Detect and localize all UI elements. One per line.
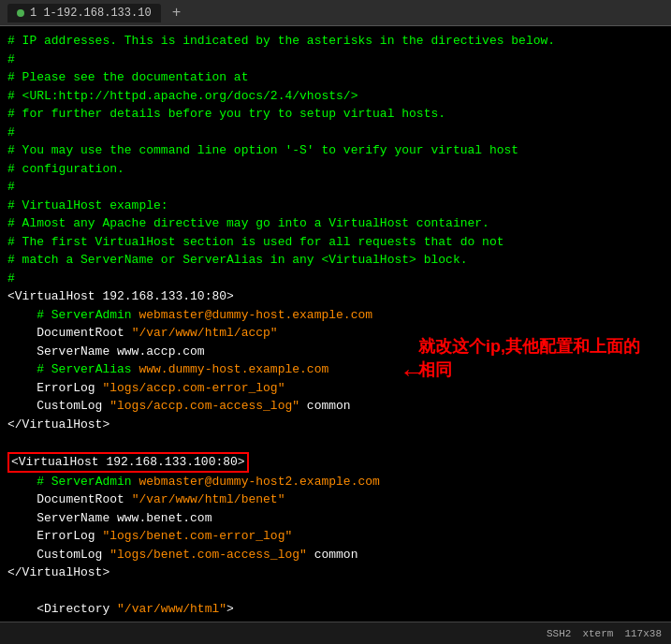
terminal-line: CustomLog "logs/accp.com-access_log" com… xyxy=(7,397,664,416)
annotation-text: 就改这个ip,其他配置和上面的相同 xyxy=(418,335,643,382)
terminal-line: # ServerAdmin webmaster@dummy-host2.exam… xyxy=(7,473,664,491)
terminal-line: ErrorLog "logs/benet.com-error_log" xyxy=(7,527,664,546)
tab-label: 1 1-192.168.133.10 xyxy=(30,7,152,20)
terminal-line: <VirtualHost 192.168.133.100:80> xyxy=(7,452,664,473)
terminal-line: # xyxy=(7,270,664,288)
terminal-line: # ServerAdmin webmaster@dummy-host.examp… xyxy=(7,306,664,325)
terminal-size: 117x38 xyxy=(624,628,662,639)
terminal-line: # You may use the command line option '-… xyxy=(7,141,664,160)
terminal-line: # The first VirtualHost section is used … xyxy=(7,233,664,252)
terminal-line: <VirtualHost 192.168.133.10:80> xyxy=(7,287,664,306)
annotation-arrow: ← xyxy=(404,354,420,393)
terminal-line: # VirtualHost example: xyxy=(7,197,664,215)
terminal-line: Options None xyxy=(7,619,664,622)
terminal-line: # match a ServerName or ServerAlias in a… xyxy=(7,251,664,270)
terminal-area[interactable]: # IP addresses. This is indicated by the… xyxy=(0,26,671,622)
terminal-tab[interactable]: 1 1-192.168.133.10 xyxy=(7,4,161,22)
term-type: xterm xyxy=(582,628,613,639)
terminal-line: # xyxy=(7,124,664,142)
terminal-line: # Almost any Apache directive may go int… xyxy=(7,214,664,233)
terminal-line: ServerName www.benet.com xyxy=(7,509,664,528)
status-dot xyxy=(17,9,24,17)
terminal-line: # xyxy=(7,178,664,197)
terminal-line: DocumentRoot "/var/www/html/benet" xyxy=(7,490,664,509)
ssh-status: SSH2 xyxy=(547,628,571,639)
terminal-line xyxy=(7,582,664,601)
terminal-line: CustomLog "logs/benet.com-access_log" co… xyxy=(7,546,664,564)
terminal-line: </VirtualHost> xyxy=(7,564,664,582)
terminal-line: </VirtualHost> xyxy=(7,416,664,434)
terminal-line: # configuration. xyxy=(7,160,664,179)
title-bar: 1 1-192.168.133.10 + xyxy=(0,0,671,26)
terminal-line: # for further details before you try to … xyxy=(7,105,664,124)
add-tab-button[interactable]: + xyxy=(167,5,187,22)
terminal-line: # xyxy=(7,51,664,69)
status-bar: SSH2 xterm 117x38 xyxy=(0,622,671,644)
terminal-line: # <URL:http://httpd.apache.org/docs/2.4/… xyxy=(7,87,664,106)
terminal-line: # Please see the documentation at xyxy=(7,68,664,87)
terminal-line xyxy=(7,433,664,452)
terminal-line: <Directory "/var/www/html"> xyxy=(7,600,664,619)
terminal-line: # IP addresses. This is indicated by the… xyxy=(7,32,664,51)
